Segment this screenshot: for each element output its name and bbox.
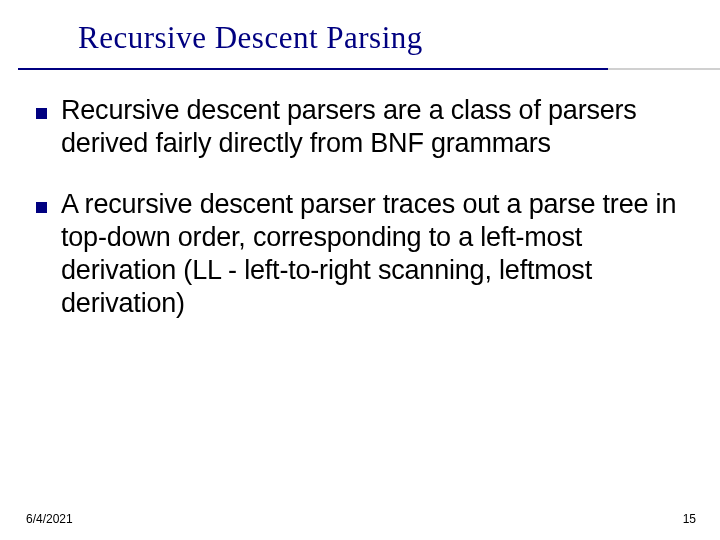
bullet-item: Recursive descent parsers are a class of… <box>36 94 684 160</box>
square-bullet-icon <box>36 108 47 119</box>
bullet-text: Recursive descent parsers are a class of… <box>61 94 684 160</box>
footer-date: 6/4/2021 <box>26 512 73 526</box>
title-divider <box>18 68 720 70</box>
divider-accent <box>18 68 608 70</box>
footer-page-number: 15 <box>683 512 696 526</box>
slide-title: Recursive Descent Parsing <box>78 20 680 56</box>
divider-tail <box>608 68 720 70</box>
bullet-text: A recursive descent parser traces out a … <box>61 188 684 320</box>
title-area: Recursive Descent Parsing <box>0 0 720 64</box>
content-area: Recursive descent parsers are a class of… <box>0 70 720 320</box>
slide: Recursive Descent Parsing Recursive desc… <box>0 0 720 540</box>
footer: 6/4/2021 15 <box>0 512 720 526</box>
square-bullet-icon <box>36 202 47 213</box>
bullet-item: A recursive descent parser traces out a … <box>36 188 684 320</box>
